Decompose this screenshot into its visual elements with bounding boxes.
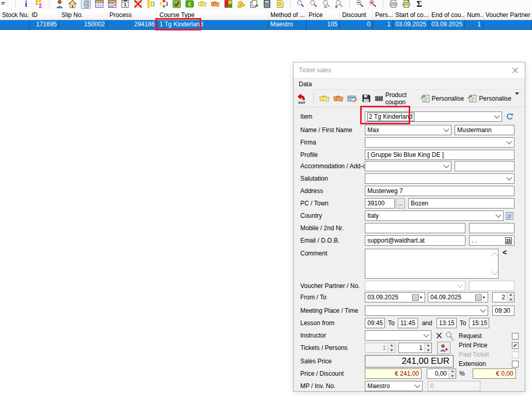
days-stepper[interactable]: 2 <box>492 292 514 302</box>
invoice-browse-icon[interactable]: ... <box>473 382 478 390</box>
print-icon[interactable] <box>389 0 398 8</box>
search-red-icon[interactable] <box>309 0 318 8</box>
last-name-combobox[interactable]: Max <box>365 125 452 135</box>
spin-down-icon[interactable] <box>425 348 431 353</box>
address-field[interactable]: Musterweg 7 <box>365 186 514 196</box>
column-header[interactable]: Course Type <box>157 11 268 20</box>
addon-field[interactable] <box>455 161 514 171</box>
email-field[interactable]: support@waldhart.at <box>365 235 465 246</box>
search-detail-icon[interactable] <box>335 0 344 8</box>
to-date-picker[interactable]: 04.09.2025 <box>428 292 488 302</box>
dob-field[interactable]: . . 15 <box>469 235 514 246</box>
salutation-combobox[interactable] <box>365 173 514 184</box>
sum-list-icon[interactable]: Σ <box>35 0 43 8</box>
sum-icon[interactable]: Σ <box>415 0 424 8</box>
search-icon[interactable] <box>296 0 305 8</box>
euro-icon[interactable]: € <box>185 0 194 8</box>
tickets-orange-icon[interactable] <box>333 94 344 103</box>
mobile-field[interactable] <box>365 223 465 233</box>
column-header[interactable]: Process <box>107 11 157 20</box>
search-number-icon[interactable]: Nr. <box>322 0 331 8</box>
profile-field[interactable]: [ Gruppe Ski Blue King DE ] <box>365 150 514 160</box>
meeting-place-combobox[interactable] <box>365 306 488 316</box>
customer-icon[interactable] <box>55 0 64 8</box>
tickets-yellow-icon[interactable] <box>198 0 207 8</box>
exit-button[interactable]: EXIT <box>296 93 308 104</box>
calendar-occupancy-icon[interactable] <box>108 0 117 8</box>
duplicate-icon[interactable] <box>250 0 259 8</box>
print-preview-icon[interactable] <box>402 0 411 8</box>
add-person-button[interactable] <box>437 342 450 354</box>
scroll-up-icon[interactable] <box>491 252 498 260</box>
accommodation-combobox[interactable] <box>365 161 452 171</box>
zoom-out-icon[interactable] <box>356 0 364 8</box>
calendar-day-icon[interactable]: JAN1 <box>121 0 130 8</box>
clear-instructor-icon[interactable] <box>436 332 443 339</box>
column-header[interactable]: Method of ... <box>268 11 307 20</box>
voucher-partner-combobox[interactable] <box>365 281 465 291</box>
collapse-left-icon[interactable]: < <box>503 249 507 256</box>
group-dots-icon[interactable] <box>147 0 155 8</box>
confirm-icon[interactable] <box>172 0 181 8</box>
column-header[interactable]: Start of co... <box>393 11 429 20</box>
search-instructor-icon[interactable]: ... <box>445 331 455 340</box>
info-icon[interactable]: i <box>22 0 30 8</box>
report-icon[interactable] <box>276 0 284 8</box>
country-combobox[interactable]: Italy <box>365 211 504 221</box>
country-list-icon[interactable] <box>506 212 513 220</box>
instructor-combobox[interactable] <box>365 330 431 341</box>
spin-down-icon[interactable] <box>449 374 456 379</box>
lesson-from2-field[interactable]: 13:15 <box>437 318 457 328</box>
print-price-checkbox[interactable] <box>512 342 519 349</box>
home-icon[interactable] <box>68 0 77 8</box>
meeting-time-field[interactable]: 09:30 <box>492 306 514 316</box>
request-checkbox[interactable] <box>512 333 519 340</box>
column-header[interactable]: Price <box>307 11 340 20</box>
spin-up-icon[interactable] <box>388 343 395 348</box>
attachment-icon[interactable] <box>81 0 91 9</box>
statistics-icon[interactable] <box>224 0 233 8</box>
lesson-to1-field[interactable]: 11:45 <box>398 318 418 328</box>
column-header[interactable]: Stock Nu... <box>0 11 29 20</box>
zoom-in-icon[interactable] <box>368 0 377 8</box>
personalise-button-1[interactable]: Personalise <box>421 94 464 103</box>
town-field[interactable]: Bozen <box>408 198 514 208</box>
close-icon[interactable] <box>510 66 520 75</box>
lesson-from1-field[interactable]: 09:45 <box>365 318 385 328</box>
firma-combobox[interactable] <box>365 137 514 148</box>
column-header[interactable]: End of cou... <box>429 11 465 20</box>
column-header[interactable]: Slip No. <box>59 11 107 20</box>
product-coupon-button[interactable]: Product coupon <box>375 91 417 106</box>
toolbar-overflow-icon[interactable] <box>515 95 519 102</box>
spin-down-icon[interactable] <box>388 348 395 353</box>
price-field[interactable]: € 241,00 <box>365 368 422 379</box>
process-cycle-icon[interactable] <box>159 0 168 8</box>
column-header[interactable]: ID <box>29 11 59 20</box>
persons-stepper[interactable]: 1 <box>398 343 432 353</box>
pc-browse-button[interactable]: ... <box>396 198 405 208</box>
card-edit-icon[interactable] <box>347 94 358 103</box>
column-header[interactable]: Voucher Partner <box>483 11 532 20</box>
grid-row-selected[interactable]: 171695 150002 294186 1 Tg Kinderland Mae… <box>0 20 532 30</box>
discount-percent-stepper[interactable]: 0,00 <box>427 368 456 379</box>
spin-up-icon[interactable] <box>507 293 514 298</box>
voucher-number-field[interactable] <box>469 281 514 291</box>
calculator-icon[interactable] <box>263 0 271 8</box>
column-header[interactable]: Discount <box>340 11 373 20</box>
calendar-icon[interactable]: 15 <box>505 237 512 244</box>
first-name-field[interactable]: Mustermann <box>455 125 514 135</box>
calendar-cancel-icon[interactable] <box>134 0 142 8</box>
from-date-picker[interactable]: 03.09.2025 <box>365 292 425 302</box>
tickets-orange-icon[interactable] <box>211 0 220 8</box>
column-header[interactable]: Num... <box>465 11 483 20</box>
item-combobox[interactable]: 2 Tg Kinderland <box>365 111 502 122</box>
tickets-yellow-icon[interactable] <box>319 94 330 103</box>
tickets-stepper[interactable]: 1 <box>365 343 395 353</box>
invoice-number-field[interactable]: 0 ... <box>428 381 480 391</box>
calendar-icon[interactable] <box>95 0 104 8</box>
extension-checkbox[interactable] <box>512 361 519 367</box>
menu-data[interactable]: Data <box>299 81 312 88</box>
spin-up-icon[interactable] <box>425 343 431 348</box>
scroll-down-icon[interactable] <box>491 268 498 275</box>
payment-method-combobox[interactable]: Maestro <box>365 381 423 391</box>
